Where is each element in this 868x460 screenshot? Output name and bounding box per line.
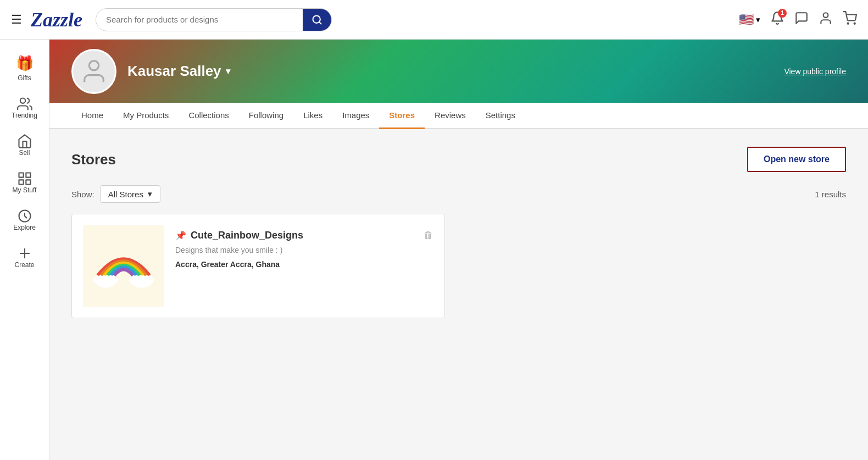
language-selector[interactable]: 🇺🇸 ▾ xyxy=(739,13,760,27)
results-count: 1 results xyxy=(815,190,846,199)
tab-reviews[interactable]: Reviews xyxy=(425,103,476,129)
svg-point-16 xyxy=(93,275,107,285)
cart-icon xyxy=(843,11,857,25)
svg-rect-7 xyxy=(26,173,30,178)
search-button[interactable] xyxy=(303,9,331,31)
sidebar-label-sell: Sell xyxy=(19,149,30,157)
sidebar-item-explore[interactable]: Explore xyxy=(3,203,47,237)
delete-store-icon[interactable]: 🗑 xyxy=(424,230,433,241)
sidebar-label-create: Create xyxy=(14,261,34,269)
open-new-store-button[interactable]: Open new store xyxy=(747,147,846,172)
tab-images[interactable]: Images xyxy=(332,103,379,129)
svg-point-13 xyxy=(89,60,98,70)
sidebar-label-gifts: Gifts xyxy=(18,74,31,82)
flag-icon: 🇺🇸 xyxy=(739,13,754,27)
profile-name[interactable]: Kausar Salley ▾ xyxy=(127,63,230,80)
store-info: 📌 Cute_Rainbow_Designs 🗑 Designs that ma… xyxy=(175,225,433,269)
search-icon xyxy=(311,14,322,25)
profile-tabs: Home My Products Collections Following L… xyxy=(49,103,868,129)
tab-my-products[interactable]: My Products xyxy=(113,103,179,129)
filter-value: All Stores xyxy=(108,190,143,199)
svg-point-19 xyxy=(129,275,142,285)
notifications-button[interactable]: 1 xyxy=(770,11,784,29)
svg-rect-9 xyxy=(19,180,23,184)
sidebar-item-trending[interactable]: Trending xyxy=(3,91,47,125)
store-name[interactable]: Cute_Rainbow_Designs xyxy=(191,230,303,241)
sidebar-label-trending: Trending xyxy=(12,112,37,119)
svg-rect-6 xyxy=(19,173,23,178)
profile-dropdown-arrow: ▾ xyxy=(226,66,230,76)
hamburger-button[interactable]: ☰ xyxy=(11,13,22,27)
sidebar-label-explore: Explore xyxy=(13,224,36,231)
rainbow-image xyxy=(91,239,157,293)
svg-rect-8 xyxy=(26,180,30,184)
svg-point-2 xyxy=(824,13,828,18)
tab-collections[interactable]: Collections xyxy=(179,103,238,129)
svg-line-1 xyxy=(319,21,321,24)
svg-point-3 xyxy=(848,23,849,24)
store-thumbnail xyxy=(83,225,164,307)
account-icon xyxy=(819,11,833,25)
messages-button[interactable] xyxy=(794,11,809,29)
sidebar-item-sell[interactable]: Sell xyxy=(3,128,47,162)
gift-icon: 🎁 xyxy=(16,55,34,72)
stores-header: Stores Open new store xyxy=(71,147,846,172)
cart-button[interactable] xyxy=(843,11,857,29)
avatar xyxy=(71,49,116,94)
nav-right: 🇺🇸 ▾ 1 xyxy=(739,11,857,29)
store-location: Accra, Greater Accra, Ghana xyxy=(175,260,433,269)
store-description: Designs that make you smile : ) xyxy=(175,246,433,254)
view-public-profile-link[interactable]: View public profile xyxy=(784,67,846,76)
svg-point-5 xyxy=(20,98,25,103)
stores-content: Stores Open new store Show: All Stores ▾… xyxy=(49,129,868,459)
tab-likes[interactable]: Likes xyxy=(293,103,332,129)
main-content: Kausar Salley ▾ View public profile Home… xyxy=(49,40,868,460)
store-name-row: 📌 Cute_Rainbow_Designs 🗑 xyxy=(175,230,433,241)
pin-icon: 📌 xyxy=(175,230,186,241)
sidebar: 🎁 Gifts Trending Sell xyxy=(0,40,49,460)
notification-badge: 1 xyxy=(778,9,787,18)
tab-following[interactable]: Following xyxy=(239,103,293,129)
svg-point-20 xyxy=(141,275,154,285)
show-label: Show: xyxy=(71,190,94,199)
main-layout: 🎁 Gifts Trending Sell xyxy=(0,40,868,460)
sidebar-label-my-stuff: My Stuff xyxy=(13,186,37,194)
top-nav: ☰ Zazzle 🇺🇸 ▾ 1 xyxy=(0,0,868,40)
store-card: 📌 Cute_Rainbow_Designs 🗑 Designs that ma… xyxy=(71,214,445,318)
svg-point-17 xyxy=(105,275,118,285)
sidebar-item-gifts[interactable]: 🎁 Gifts xyxy=(3,49,47,87)
logo[interactable]: Zazzle xyxy=(31,8,82,31)
account-button[interactable] xyxy=(819,11,833,29)
filter-dropdown-arrow: ▾ xyxy=(148,189,152,199)
search-bar xyxy=(96,8,332,31)
svg-point-4 xyxy=(854,23,855,24)
show-filter: Show: All Stores ▾ 1 results xyxy=(71,185,846,203)
tab-settings[interactable]: Settings xyxy=(476,103,525,129)
sell-icon xyxy=(17,134,32,149)
stores-title: Stores xyxy=(71,151,116,168)
search-input[interactable] xyxy=(96,9,303,30)
explore-icon xyxy=(17,208,32,224)
tab-stores[interactable]: Stores xyxy=(379,103,425,129)
tab-home[interactable]: Home xyxy=(71,103,113,129)
flag-dropdown-arrow: ▾ xyxy=(756,15,760,25)
sidebar-item-my-stuff[interactable]: My Stuff xyxy=(3,165,47,199)
my-stuff-icon xyxy=(17,171,32,186)
profile-banner: Kausar Salley ▾ View public profile xyxy=(49,40,868,103)
message-icon xyxy=(794,11,809,25)
create-icon xyxy=(17,246,32,261)
sidebar-item-create[interactable]: Create xyxy=(3,240,47,274)
trending-icon xyxy=(17,96,32,112)
filter-dropdown[interactable]: All Stores ▾ xyxy=(100,185,160,203)
avatar-icon xyxy=(80,57,108,86)
